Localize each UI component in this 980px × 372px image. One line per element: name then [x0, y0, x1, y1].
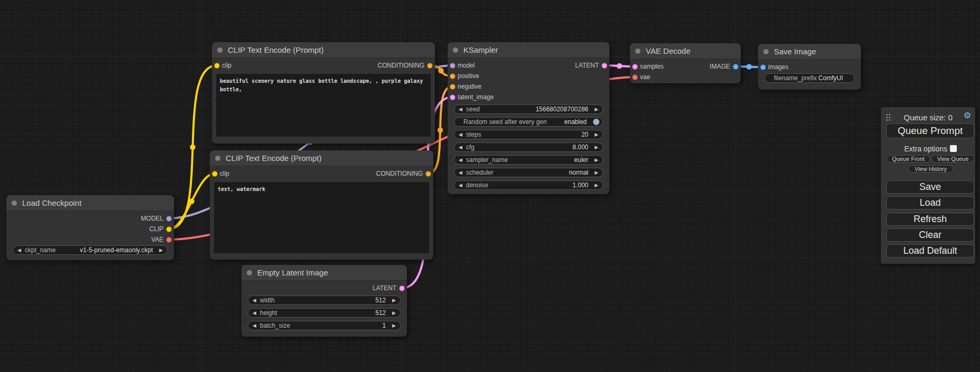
load-checkpoint-node[interactable]: Load CheckpointMODELCLIPVAE◀▶ckpt_namev1… [6, 195, 174, 260]
refresh-button[interactable]: Refresh [886, 213, 974, 226]
queue-prompt-button[interactable]: Queue Prompt [886, 123, 974, 138]
input-port-label: clip [220, 170, 229, 177]
input-port-images[interactable] [760, 64, 766, 70]
queue-size-label: Queue size: 0 [881, 113, 975, 122]
extra-options-label: Extra options [881, 145, 947, 153]
output-port-label: LATENT [373, 284, 396, 292]
output-port-CONDITIONING[interactable] [425, 171, 431, 177]
decrement-arrow-icon[interactable]: ◀ [459, 170, 462, 175]
widget-value: normal [569, 169, 588, 176]
node-title-bar[interactable]: CLIP Text Encode (Prompt) [210, 150, 433, 166]
increment-arrow-icon[interactable]: ▶ [595, 145, 598, 149]
increment-arrow-icon[interactable]: ▶ [595, 157, 598, 162]
collapse-dot-icon[interactable] [215, 156, 220, 161]
collapse-dot-icon[interactable] [763, 49, 769, 54]
ksampler-node[interactable]: KSamplermodelpositivenegativelatent_imag… [448, 42, 609, 194]
output-port-LATENT[interactable] [601, 63, 607, 69]
output-port-CONDITIONING[interactable] [427, 63, 433, 69]
clip-text-encode-positive-node[interactable]: CLIP Text Encode (Prompt)clipCONDITIONIN… [212, 42, 435, 144]
decrement-arrow-icon[interactable]: ◀ [459, 145, 462, 149]
view-queue-button[interactable]: View Queue [932, 155, 974, 163]
save-button[interactable]: Save [886, 180, 974, 194]
widget-random-seed-after-every-gen[interactable]: Random seed after every genenabled [454, 117, 603, 127]
comfyui-canvas[interactable]: { "colors": { "model": "#B39DDB", "clip"… [0, 0, 980, 372]
collapse-dot-icon[interactable] [247, 270, 252, 275]
clear-button[interactable]: Clear [886, 228, 974, 242]
clip-text-encode-negative-node[interactable]: CLIP Text Encode (Prompt)clipCONDITIONIN… [210, 150, 433, 260]
widget-cfg[interactable]: ◀▶cfg8.000 [454, 142, 603, 152]
widget-width[interactable]: ◀▶width512 [248, 295, 401, 305]
widget-label: height [260, 309, 277, 317]
node-title-bar[interactable]: KSampler [448, 42, 609, 58]
output-port-MODEL[interactable] [166, 216, 172, 222]
node-title-bar[interactable]: Save Image [758, 44, 861, 60]
decrement-arrow-icon[interactable]: ◀ [253, 311, 256, 316]
settings-gear-icon[interactable]: ⚙ [964, 110, 971, 120]
collapse-dot-icon[interactable] [12, 201, 17, 206]
input-port-label: clip [222, 62, 231, 69]
widget-height[interactable]: ◀▶height512 [248, 308, 401, 318]
widget-seed[interactable]: ◀▶seed156680208700286 [454, 104, 603, 114]
node-title: KSampler [463, 45, 498, 54]
output-port-CLIP[interactable] [166, 226, 172, 232]
increment-arrow-icon[interactable]: ▶ [392, 311, 396, 316]
widget-sampler_name[interactable]: ◀▶sampler_nameeuler [454, 155, 603, 165]
empty-latent-image-node[interactable]: Empty Latent ImageLATENT◀▶width512◀▶heig… [241, 265, 407, 337]
widget-batch_size[interactable]: ◀▶batch_size1 [248, 321, 401, 330]
collapse-dot-icon[interactable] [635, 49, 641, 54]
increment-arrow-icon[interactable]: ▶ [392, 323, 396, 328]
widget-value: 156680208700286 [536, 106, 588, 113]
node-title-bar[interactable]: Empty Latent Image [241, 265, 407, 281]
input-port-label: model [458, 62, 475, 69]
increment-arrow-icon[interactable]: ▶ [595, 170, 598, 175]
load-button[interactable]: Load [886, 196, 974, 209]
decrement-arrow-icon[interactable]: ◀ [459, 132, 462, 137]
node-title: Empty Latent Image [257, 268, 328, 277]
decrement-arrow-icon[interactable]: ◀ [459, 183, 462, 187]
input-port-vae[interactable] [632, 74, 638, 80]
widget-value: enabled [564, 118, 587, 126]
vae-decode-node[interactable]: VAE DecodesamplesvaeIMAGE [630, 43, 741, 83]
queue-front-button[interactable]: Queue Front [887, 155, 930, 163]
input-port-model[interactable] [450, 63, 455, 69]
decrement-arrow-icon[interactable]: ◀ [459, 157, 462, 162]
output-port-IMAGE[interactable] [733, 64, 739, 70]
prompt-textarea[interactable]: text, watermark [214, 182, 429, 253]
node-title-bar[interactable]: Load Checkpoint [6, 195, 174, 211]
widget-label: denoise [466, 182, 488, 189]
input-port-positive[interactable] [450, 73, 455, 79]
input-port-clip[interactable] [214, 63, 220, 69]
prompt-textarea[interactable]: beautiful scenery nature glass bottle la… [216, 74, 431, 137]
widget-value: 20 [581, 131, 588, 138]
increment-arrow-icon[interactable]: ▶ [595, 183, 598, 187]
collapse-dot-icon[interactable] [453, 47, 458, 53]
output-port-VAE[interactable] [166, 237, 172, 243]
save-image-node[interactable]: Save Imageimagesfilename_prefixComfyUI [758, 44, 861, 90]
widget-denoise[interactable]: ◀▶denoise1.000 [454, 180, 603, 190]
increment-arrow-icon[interactable]: ▶ [159, 248, 163, 253]
input-port-negative[interactable] [450, 84, 455, 90]
widget-scheduler[interactable]: ◀▶schedulernormal [454, 168, 603, 177]
decrement-arrow-icon[interactable]: ◀ [253, 298, 256, 303]
decrement-arrow-icon[interactable]: ◀ [17, 248, 21, 253]
node-title-bar[interactable]: CLIP Text Encode (Prompt) [212, 42, 435, 58]
input-port-clip[interactable] [212, 171, 218, 177]
widget-filename_prefix[interactable]: filename_prefixComfyUI [764, 73, 855, 83]
increment-arrow-icon[interactable]: ▶ [392, 298, 396, 303]
decrement-arrow-icon[interactable]: ◀ [459, 107, 462, 111]
increment-arrow-icon[interactable]: ▶ [595, 132, 598, 137]
decrement-arrow-icon[interactable]: ◀ [253, 323, 256, 328]
node-title-bar[interactable]: VAE Decode [630, 43, 741, 59]
increment-arrow-icon[interactable]: ▶ [595, 107, 598, 111]
input-port-samples[interactable] [632, 64, 638, 70]
widget-steps[interactable]: ◀▶steps20 [454, 130, 603, 139]
view-history-button[interactable]: View History [908, 165, 953, 173]
widget-ckpt_name[interactable]: ◀▶ckpt_namev1-5-pruned-emaonly.ckpt [13, 245, 168, 255]
collapse-dot-icon[interactable] [217, 47, 222, 53]
toggle-dot[interactable] [593, 119, 599, 125]
output-port-LATENT[interactable] [399, 285, 405, 291]
input-port-latent_image[interactable] [450, 94, 455, 100]
link-midpoint-dot [438, 127, 443, 132]
load-default-button[interactable]: Load Default [886, 244, 974, 257]
extra-options-checkbox[interactable] [950, 145, 957, 152]
